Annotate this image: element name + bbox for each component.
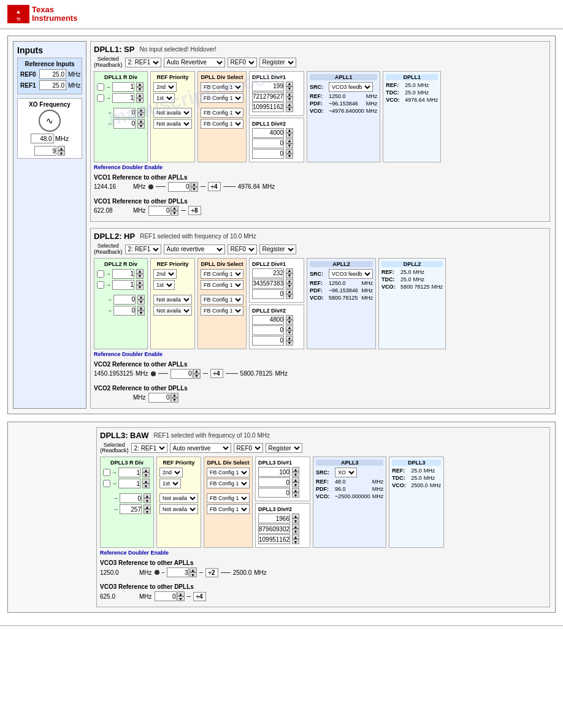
dpll3-div2-val3[interactable] xyxy=(258,534,290,544)
dpll3-div2-dn1[interactable]: ▼ xyxy=(292,518,299,523)
dpll1-selected-select[interactable]: 2: REF1 xyxy=(125,58,161,67)
dpll1-div1-up1[interactable]: ▲ xyxy=(286,82,293,86)
dpll2-rdiv-dn3[interactable]: ▼ xyxy=(137,300,145,305)
dpll1-div2-val1[interactable] xyxy=(252,128,284,138)
dpll1-div1-dn1[interactable]: ▼ xyxy=(286,86,293,91)
dpll3-divsel-sel3[interactable]: FB Config 1 xyxy=(207,493,250,503)
dpll1-divsel-sel3[interactable]: FB Config 1 xyxy=(201,108,243,118)
dpll1-rdiv-val1[interactable] xyxy=(112,82,134,92)
dpll3-reg-select[interactable]: Register xyxy=(266,443,302,453)
dpll3-divsel-sel1[interactable]: FB Config 1 xyxy=(207,468,250,477)
dpll2-div2-dn3[interactable]: ▼ xyxy=(286,341,293,346)
dpll1-divsel-sel4[interactable]: FB Config 1 xyxy=(201,119,243,129)
dpll1-refpri-sel1[interactable]: 2nd xyxy=(153,82,177,92)
xo-spin-input[interactable] xyxy=(34,146,56,156)
dpll3-rdiv-val3[interactable] xyxy=(120,493,142,503)
dpll1-rdiv-up3[interactable]: ▲ xyxy=(137,108,145,113)
dpll1-div1-dn2[interactable]: ▼ xyxy=(286,97,293,102)
dpll2-rdiv-dn4[interactable]: ▼ xyxy=(137,311,145,316)
dpll2-div1-val1[interactable] xyxy=(252,268,284,278)
dpll3-vco3-apll-dn[interactable]: ▼ xyxy=(190,572,197,577)
dpll2-divsel-sel4[interactable]: FB Config 1 xyxy=(201,306,243,316)
dpll2-rdiv-chk2[interactable] xyxy=(97,281,104,289)
dpll1-rdiv-chk2[interactable] xyxy=(97,94,104,102)
dpll2-divsel-sel1[interactable]: FB Config 1 xyxy=(201,269,243,279)
dpll3-divsel-sel2[interactable]: FB Config 1 xyxy=(207,479,250,488)
dpll1-vco1-apll-spin-input[interactable] xyxy=(168,182,190,192)
xo-spin-down[interactable]: ▼ xyxy=(58,151,65,156)
dpll3-divsel-sel4[interactable]: FB Config 1 xyxy=(207,504,250,514)
dpll3-div1-up1[interactable]: ▲ xyxy=(292,467,299,472)
dpll1-rdiv-up1[interactable]: ▲ xyxy=(136,82,144,87)
dpll1-div1-val1[interactable] xyxy=(252,82,284,91)
dpll1-divsel-sel1[interactable]: FB Config 1 xyxy=(201,82,243,92)
dpll3-rdiv-val1[interactable] xyxy=(118,468,140,477)
dpll2-refpri-sel1[interactable]: 2nd xyxy=(153,269,177,279)
dpll1-div2-dn2[interactable]: ▼ xyxy=(286,143,293,148)
apll3-src-select[interactable]: XO xyxy=(335,468,357,477)
dpll2-div2-val2[interactable] xyxy=(252,325,284,335)
dpll2-div2-up2[interactable]: ▲ xyxy=(286,325,293,330)
dpll2-rdiv-dn1[interactable]: ▼ xyxy=(136,274,144,279)
dpll2-rdiv-up2[interactable]: ▲ xyxy=(136,280,144,285)
xo-spin-up[interactable]: ▲ xyxy=(58,146,65,151)
dpll2-vco2-apll-spin-input[interactable] xyxy=(170,369,193,379)
dpll3-rdiv-up4[interactable]: ▲ xyxy=(144,504,151,509)
dpll3-div2-up2[interactable]: ▲ xyxy=(292,524,299,529)
dpll3-refpri-sel3[interactable]: Not availa xyxy=(159,493,198,503)
dpll1-rdiv-dn4[interactable]: ▼ xyxy=(137,124,145,129)
dpll3-mode-select[interactable]: Auto revertive xyxy=(170,443,231,453)
dpll3-div1-val1[interactable] xyxy=(258,467,290,477)
dpll3-selected-select[interactable]: 2: REF1 xyxy=(131,443,167,453)
dpll1-div2-val2[interactable] xyxy=(252,138,284,148)
dpll1-reg-select[interactable]: Register xyxy=(259,58,296,67)
dpll3-vco3-apll-up[interactable]: ▲ xyxy=(190,567,197,572)
dpll2-div2-val1[interactable] xyxy=(252,315,284,325)
dpll3-div1-dn2[interactable]: ▼ xyxy=(292,482,299,487)
ref1-input[interactable] xyxy=(39,80,66,90)
dpll2-rdiv-chk1[interactable] xyxy=(97,270,104,278)
dpll1-rdiv-val2[interactable] xyxy=(112,93,134,103)
dpll3-div1-val3[interactable] xyxy=(258,488,290,498)
dpll3-rdiv-up1[interactable]: ▲ xyxy=(142,468,150,472)
dpll3-rdiv-dn3[interactable]: ▼ xyxy=(144,498,151,503)
dpll2-divsel-sel2[interactable]: FB Config 1 xyxy=(201,280,243,290)
dpll3-div2-val1[interactable] xyxy=(258,514,290,523)
dpll2-rdiv-val4[interactable] xyxy=(113,306,136,316)
dpll2-rdiv-dn2[interactable]: ▼ xyxy=(136,285,144,290)
dpll1-div2-dn1[interactable]: ▼ xyxy=(286,133,293,138)
dpll2-vco2-dpll-spin-input[interactable] xyxy=(148,393,170,403)
dpll1-div1-up2[interactable]: ▲ xyxy=(286,92,293,97)
dpll3-div1-val2[interactable] xyxy=(258,477,290,487)
dpll3-vco3-dpll-spin-input[interactable] xyxy=(155,591,177,601)
dpll2-rdiv-val3[interactable] xyxy=(113,295,136,305)
dpll1-div1-dn3[interactable]: ▼ xyxy=(286,107,293,112)
dpll2-div1-up2[interactable]: ▲ xyxy=(286,279,293,284)
xo-val-input[interactable] xyxy=(31,134,54,143)
dpll2-div2-dn1[interactable]: ▼ xyxy=(286,320,293,325)
dpll2-divsel-sel3[interactable]: FB Config 1 xyxy=(201,295,243,305)
dpll1-rdiv-up4[interactable]: ▲ xyxy=(137,119,145,124)
dpll2-rdiv-val2[interactable] xyxy=(112,280,134,290)
dpll2-vco2-apll-dn[interactable]: ▼ xyxy=(193,374,201,379)
dpll2-rdiv-up3[interactable]: ▲ xyxy=(137,295,145,300)
dpll3-refpri-sel2[interactable]: 1st xyxy=(159,479,181,488)
dpll2-ref-select[interactable]: REF0 xyxy=(228,245,257,254)
apll1-src-select[interactable]: VCO3 feedback xyxy=(329,82,373,92)
dpll2-vco2-apll-up[interactable]: ▲ xyxy=(193,369,201,374)
dpll1-refpri-sel4[interactable]: Not availa xyxy=(153,119,192,129)
dpll2-div2-up1[interactable]: ▲ xyxy=(286,315,293,320)
dpll3-div2-up3[interactable]: ▲ xyxy=(292,534,299,539)
dpll2-refpri-sel3[interactable]: Not availa xyxy=(153,295,192,305)
dpll3-vco3-dpll-dn[interactable]: ▼ xyxy=(177,596,185,601)
dpll3-vco3-apll-spin-input[interactable] xyxy=(167,567,189,577)
dpll1-div2-up1[interactable]: ▲ xyxy=(286,128,293,133)
dpll2-div1-dn1[interactable]: ▼ xyxy=(286,273,293,278)
dpll2-div1-dn2[interactable]: ▼ xyxy=(286,284,293,289)
dpll1-divsel-sel2[interactable]: FB Config 1 xyxy=(201,93,243,103)
dpll3-rdiv-chk2[interactable] xyxy=(103,480,110,487)
dpll3-div2-dn3[interactable]: ▼ xyxy=(292,539,299,544)
dpll2-reg-select[interactable]: Register xyxy=(259,245,296,254)
dpll3-refpri-sel4[interactable]: Not availa xyxy=(159,504,198,514)
dpll2-div2-up3[interactable]: ▲ xyxy=(286,336,293,341)
